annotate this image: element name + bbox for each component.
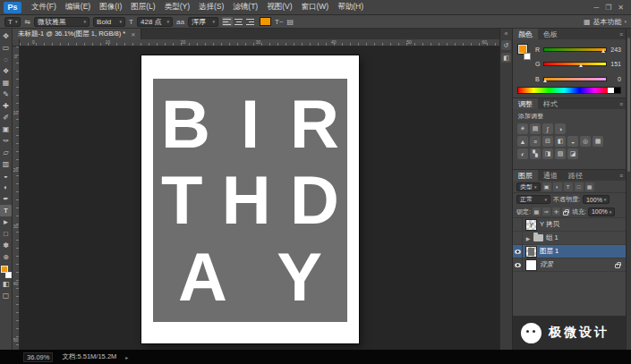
- adjustment-vibrance-icon[interactable]: ▲: [517, 136, 528, 147]
- visibility-toggle[interactable]: [513, 258, 523, 272]
- zoom-tool[interactable]: ⊕: [0, 251, 12, 263]
- horizontal-ruler[interactable]: 0 10 20 30 40 50 60: [20, 39, 499, 47]
- adjustment-invert-icon[interactable]: ◐: [517, 148, 528, 159]
- pen-tool[interactable]: ✒: [0, 193, 12, 205]
- color-spectrum-bar[interactable]: [517, 87, 621, 94]
- scrollbar-thumb[interactable]: [627, 38, 630, 172]
- menu-layer[interactable]: 图层(L): [126, 2, 159, 13]
- layer-row-y-copy[interactable]: Y Y 拷贝: [513, 218, 626, 232]
- font-style-select[interactable]: Bold ▾: [93, 17, 125, 27]
- visibility-toggle[interactable]: [513, 245, 523, 258]
- anti-alias-select[interactable]: 浑厚 ▾: [188, 17, 218, 27]
- align-right-icon[interactable]: [245, 17, 256, 26]
- history-panel-icon[interactable]: ↺: [501, 40, 511, 50]
- lock-transparency-icon[interactable]: ▦: [533, 207, 541, 216]
- font-family-select[interactable]: 微软雅黑 ▾: [34, 17, 90, 27]
- adjustment-black-white-icon[interactable]: ◧: [555, 136, 566, 147]
- text-orientation-icon[interactable]: ⇋: [24, 18, 30, 26]
- minimize-icon[interactable]: ─: [593, 4, 599, 12]
- tab-paths[interactable]: 路径: [563, 170, 588, 181]
- menu-image[interactable]: 图像(I): [95, 2, 126, 13]
- warp-text-icon[interactable]: T~: [275, 18, 284, 26]
- toggle-panels-icon[interactable]: ▤: [286, 18, 294, 26]
- tab-styles[interactable]: 样式: [538, 98, 563, 109]
- eraser-tool[interactable]: ▱: [0, 147, 12, 158]
- pasteboard[interactable]: B I R T H D A Y: [20, 47, 499, 350]
- menu-type[interactable]: 类型(Y): [160, 2, 194, 13]
- filter-shape-layers-icon[interactable]: □: [575, 182, 584, 191]
- brush-tool[interactable]: ✐: [0, 112, 12, 123]
- document-canvas[interactable]: B I R T H D A Y: [141, 55, 359, 343]
- move-tool[interactable]: ✥: [0, 30, 12, 42]
- blue-slider[interactable]: [543, 77, 607, 81]
- adjustment-posterize-icon[interactable]: ▚: [530, 148, 541, 159]
- layer-thumbnail[interactable]: Y: [525, 219, 537, 231]
- history-brush-tool[interactable]: ✑: [0, 135, 12, 147]
- menu-filter[interactable]: 滤镜(T): [228, 2, 262, 13]
- menu-edit[interactable]: 编辑(E): [61, 2, 95, 13]
- visibility-toggle[interactable]: [513, 218, 523, 232]
- tab-adjustments[interactable]: 调整: [513, 98, 538, 109]
- opacity-select[interactable]: 100% ▾: [583, 195, 610, 204]
- tool-preset-picker[interactable]: T ▾: [4, 17, 21, 27]
- adjustment-curves-icon[interactable]: ∫: [542, 123, 553, 134]
- tab-color[interactable]: 颜色: [513, 29, 538, 39]
- adjustment-color-balance-icon[interactable]: ⊟: [542, 136, 553, 147]
- panel-menu-icon[interactable]: ≡: [619, 173, 623, 179]
- font-size-select[interactable]: 428 点 ▾: [137, 17, 173, 27]
- adjustment-photo-filter-icon[interactable]: ◒: [567, 136, 578, 147]
- layer-thumbnail[interactable]: [525, 259, 537, 271]
- adjustment-selective-color-icon[interactable]: ◪: [567, 148, 578, 159]
- ruler-origin-corner[interactable]: [13, 39, 20, 47]
- crop-tool[interactable]: ▦: [0, 77, 12, 89]
- close-icon[interactable]: ✕: [618, 4, 624, 12]
- zoom-level[interactable]: 36.09%: [23, 352, 53, 362]
- text-color-swatch[interactable]: [260, 17, 271, 26]
- green-value[interactable]: 151: [610, 61, 621, 67]
- path-selection-tool[interactable]: ►: [0, 216, 12, 228]
- lasso-tool[interactable]: ◌: [0, 54, 12, 65]
- green-slider[interactable]: [543, 62, 607, 66]
- blur-tool[interactable]: ◒: [0, 170, 12, 182]
- lock-pixels-icon[interactable]: ✑: [542, 207, 550, 216]
- panel-menu-icon[interactable]: ≡: [619, 101, 623, 107]
- properties-panel-icon[interactable]: ◧: [501, 53, 511, 63]
- menu-view[interactable]: 视图(V): [262, 2, 296, 13]
- align-center-icon[interactable]: [234, 17, 244, 26]
- hand-tool[interactable]: ✽: [0, 240, 12, 251]
- quick-mask-icon[interactable]: ◧: [0, 278, 12, 290]
- adjustment-color-lookup-icon[interactable]: ▦: [593, 136, 603, 147]
- vertical-ruler[interactable]: 0 10 20 30 40 50: [13, 47, 20, 350]
- adjustment-hue-saturation-icon[interactable]: ≡: [530, 136, 541, 147]
- filter-pixel-layers-icon[interactable]: ▣: [542, 182, 551, 191]
- menu-file[interactable]: 文件(F): [27, 2, 61, 13]
- menu-select[interactable]: 选择(S): [194, 2, 228, 13]
- layer-row-layer-1[interactable]: 图层 1: [513, 245, 626, 258]
- background-color-swatch[interactable]: [5, 272, 12, 278]
- quick-selection-tool[interactable]: ❖: [0, 65, 12, 77]
- background-color-swatch[interactable]: [524, 53, 531, 60]
- type-tool[interactable]: T: [0, 205, 12, 216]
- clone-stamp-tool[interactable]: ▣: [0, 123, 12, 135]
- filter-type-layers-icon[interactable]: T: [564, 182, 573, 191]
- screen-mode-icon[interactable]: ▢: [0, 290, 12, 301]
- healing-brush-tool[interactable]: ✚: [0, 100, 12, 112]
- blend-mode-select[interactable]: 正常 ▾: [516, 195, 550, 204]
- collapse-dock-icon[interactable]: «: [505, 30, 508, 38]
- lock-position-icon[interactable]: ✛: [552, 207, 560, 216]
- shape-tool[interactable]: □: [0, 228, 12, 240]
- fill-select[interactable]: 100% ▾: [588, 207, 615, 216]
- adjustment-gradient-map-icon[interactable]: ▧: [555, 148, 566, 159]
- align-left-icon[interactable]: [222, 17, 233, 26]
- adjustment-levels-icon[interactable]: ▤: [530, 123, 541, 134]
- marquee-tool[interactable]: ▭: [0, 42, 12, 54]
- filter-adjustment-layers-icon[interactable]: ◐: [553, 182, 562, 191]
- workspace-switcher[interactable]: 基本功能: [593, 17, 621, 27]
- adjustment-exposure-icon[interactable]: ◑: [555, 123, 566, 134]
- status-menu-arrow-icon[interactable]: ▸: [125, 354, 128, 360]
- layer-thumbnail[interactable]: [525, 246, 537, 258]
- tab-channels[interactable]: 通道: [538, 170, 563, 181]
- dodge-tool[interactable]: ◐: [0, 182, 12, 193]
- filter-smart-object-layers-icon[interactable]: ▦: [585, 182, 594, 191]
- blue-value[interactable]: 0: [610, 76, 621, 82]
